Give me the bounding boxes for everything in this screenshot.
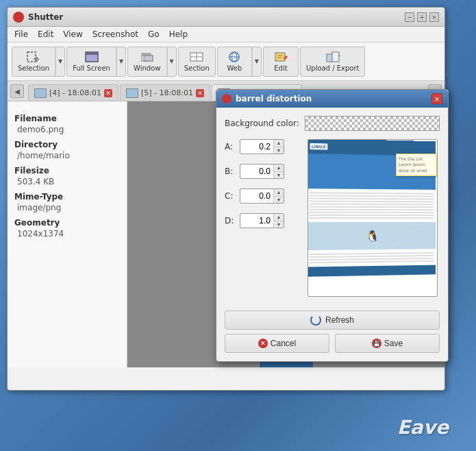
dialog-close-button[interactable]: × <box>431 93 442 104</box>
params-section: A: ▲ ▼ B: ▲ <box>225 139 300 297</box>
param-c-input-wrap: ▲ ▼ <box>240 188 284 204</box>
maximize-button[interactable]: + <box>417 12 427 22</box>
refresh-button[interactable]: Refresh <box>225 310 440 330</box>
menu-edit[interactable]: Edit <box>34 28 58 40</box>
fullscreen-arrow[interactable]: ▼ <box>116 47 125 76</box>
param-b-up[interactable]: ▲ <box>274 164 284 172</box>
upload-button[interactable]: Upload / Export <box>301 47 365 76</box>
param-a-spinner: ▲ ▼ <box>273 140 284 154</box>
fullscreen-button[interactable]: Full Screen <box>67 47 116 76</box>
edit-button[interactable]: Edit <box>264 47 298 76</box>
param-a-row: A: ▲ ▼ <box>225 139 300 154</box>
tab-4-thumbnail <box>34 88 47 98</box>
preview-line-3 <box>310 197 434 199</box>
tab-prev-button[interactable]: ◀ <box>10 84 24 98</box>
tab-4[interactable]: [4] - 18:08:01 ✕ <box>28 84 118 101</box>
dialog-title: barrel distortion <box>236 94 312 103</box>
geometry-value: 1024x1374 <box>14 229 120 239</box>
mimetype-value: image/png <box>14 203 120 212</box>
upload-label: Upload / Export <box>306 64 360 72</box>
window-arrow[interactable]: ▼ <box>167 47 176 76</box>
cancel-button[interactable]: ✕ Cancel <box>225 334 329 353</box>
preview-line-10 <box>310 217 434 219</box>
preview-area: LINUX <box>305 139 440 297</box>
app-title: Shutter <box>28 12 63 22</box>
menu-bar: File Edit View Screenshot Go Help <box>8 27 444 42</box>
tab-5-label: [5] - 18:08:01 <box>141 88 193 97</box>
menu-file[interactable]: File <box>10 28 32 40</box>
tab-4-label: [4] - 18:08:01 <box>49 88 101 97</box>
cancel-label: Cancel <box>271 339 296 348</box>
menu-go[interactable]: Go <box>144 28 164 40</box>
menu-view[interactable]: View <box>59 28 86 40</box>
param-d-up[interactable]: ▲ <box>274 214 284 221</box>
tab-5[interactable]: [5] - 18:08:01 ✕ <box>120 84 210 101</box>
param-c-up[interactable]: ▲ <box>274 189 284 197</box>
fullscreen-label: Full Screen <box>73 64 110 72</box>
param-c-label: C: <box>225 191 236 201</box>
svg-rect-18 <box>332 52 339 62</box>
param-d-down[interactable]: ▼ <box>274 221 284 228</box>
minimize-button[interactable]: − <box>405 12 414 22</box>
param-b-down[interactable]: ▼ <box>274 172 284 179</box>
param-a-down[interactable]: ▼ <box>274 147 284 154</box>
section-icon <box>189 51 204 63</box>
selection-tool-group: Selection ▼ <box>12 47 65 77</box>
window-tool-group: Window ▼ <box>127 47 177 77</box>
selection-button[interactable]: Selection <box>12 47 55 76</box>
fullscreen-tool-group: Full Screen ▼ <box>66 47 126 77</box>
preview-line-14 <box>310 260 434 264</box>
refresh-icon <box>310 315 321 326</box>
param-a-input[interactable] <box>240 141 273 153</box>
param-d-label: D: <box>225 216 236 226</box>
dialog-body: Background color: A: ▲ ▼ <box>216 108 448 305</box>
dialog-title-bar: barrel distortion × <box>216 90 448 108</box>
tab-5-close[interactable]: ✕ <box>196 89 204 97</box>
preview-logo: LINUX <box>310 143 327 149</box>
filesize-label: Filesize <box>14 166 120 175</box>
param-a-up[interactable]: ▲ <box>274 140 284 147</box>
param-c-input[interactable] <box>240 190 273 202</box>
menu-screenshot[interactable]: Screenshot <box>88 28 142 40</box>
directory-value: /home/mario <box>14 151 120 160</box>
close-button[interactable]: × <box>429 12 439 22</box>
section-button[interactable]: Section <box>179 47 215 76</box>
bg-color-swatch[interactable] <box>305 116 440 131</box>
dialog-main: A: ▲ ▼ B: ▲ <box>225 139 440 297</box>
tab-4-close[interactable]: ✕ <box>104 89 112 97</box>
tab-5-thumbnail <box>126 88 138 98</box>
param-c-down[interactable]: ▼ <box>274 197 284 204</box>
edit-label: Edit <box>274 64 287 72</box>
window-button[interactable]: Window <box>128 47 166 76</box>
preview-line-2 <box>310 195 434 197</box>
app-icon <box>13 12 24 23</box>
param-a-label: A: <box>225 142 236 151</box>
param-b-spinner: ▲ ▼ <box>273 164 284 178</box>
param-b-label: B: <box>225 167 236 176</box>
bg-color-row: Background color: <box>225 116 440 131</box>
param-c-row: C: ▲ ▼ <box>225 188 300 204</box>
param-d-input[interactable] <box>240 215 273 227</box>
web-button[interactable]: Web <box>218 47 252 76</box>
selection-icon <box>26 51 41 63</box>
filename-value: demo6.png <box>14 125 120 134</box>
param-a-input-wrap: ▲ ▼ <box>240 139 284 154</box>
preview-line-9 <box>310 215 434 216</box>
edit-icon <box>273 51 288 63</box>
save-button[interactable]: 💾 Save <box>335 334 440 353</box>
upload-tool-group: Upload / Export <box>300 47 366 77</box>
title-bar: Shutter − + × <box>8 8 444 27</box>
selection-arrow[interactable]: ▼ <box>55 47 64 76</box>
param-d-row: D: ▲ ▼ <box>225 213 300 228</box>
web-arrow[interactable]: ▼ <box>252 47 261 76</box>
preview-card-text: The Dia ListLorem ipsumdolor sit amet <box>399 156 434 173</box>
preview-image: LINUX <box>308 139 438 297</box>
directory-label: Directory <box>14 140 120 149</box>
mimetype-label: Mime-Type <box>14 192 120 202</box>
param-b-input[interactable] <box>240 165 273 178</box>
web-icon <box>227 51 242 63</box>
menu-help[interactable]: Help <box>165 28 192 40</box>
eave-label: Eave <box>397 416 449 439</box>
upload-icon <box>325 51 340 63</box>
param-d-input-wrap: ▲ ▼ <box>240 213 284 228</box>
